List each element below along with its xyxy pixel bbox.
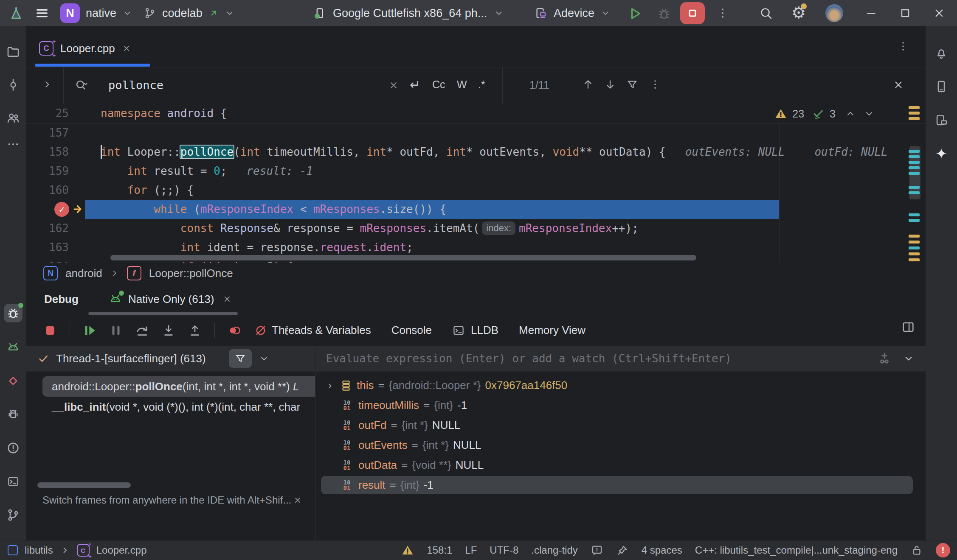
notifications-bell-icon[interactable] [932,44,951,62]
stop-button[interactable] [680,2,705,24]
version-control-icon[interactable] [4,506,23,524]
expander-icon[interactable]: › [324,379,335,392]
close-icon[interactable] [293,496,302,505]
stack-frame[interactable]: __libc_init(void *, void (*)(), int (*)(… [26,397,315,417]
search-match-mark[interactable] [909,172,920,175]
more-horizontal-icon[interactable] [4,135,23,154]
close-find-icon[interactable] [892,79,904,91]
thread-selector[interactable]: Thread-1-[surfaceflinger] (613) [26,346,315,372]
cpp-resolve-configuration[interactable]: C++: libutils_test_compile|...unk_stagin… [695,544,898,556]
module-name[interactable]: libutils [25,544,53,556]
variable-row-result[interactable]: 1001result={int}-1 [316,475,926,495]
structure-icon[interactable] [4,109,23,127]
search-match-mark[interactable] [909,213,920,216]
line-number[interactable]: 25 [26,104,69,123]
tab-lldb[interactable]: LLDB [444,315,507,347]
chevron-up-icon[interactable] [845,108,856,119]
tab-threads-variables[interactable]: Threads & Variables [263,315,380,347]
app-quality-insights-icon[interactable] [4,372,23,390]
clear-search-icon[interactable] [388,80,399,91]
terminal-icon[interactable] [4,472,23,491]
logcat-icon[interactable] [4,338,23,357]
warning-mark[interactable] [909,241,920,244]
debug-window-title[interactable]: Debug [44,283,79,315]
variable-row-outEvents[interactable]: 1001outEvents={int *}NULL [316,435,926,455]
next-match-icon[interactable] [604,78,616,91]
variable-row-timeoutMillis[interactable]: 1001timeoutMillis={int}-1 [316,395,926,415]
stop-square-icon[interactable] [42,322,59,339]
search-match-mark[interactable] [909,161,920,164]
chevron-right-icon[interactable] [42,79,53,90]
warning-mark[interactable] [909,117,920,120]
unlock-icon[interactable] [910,544,923,557]
search-match-mark[interactable] [909,155,920,158]
close-icon[interactable] [122,44,131,53]
more-vertical-icon[interactable] [716,6,729,20]
code-line-160[interactable]: 160 for (;;) { [26,181,926,200]
device-mirror-icon[interactable] [932,111,951,130]
chevron-down-icon[interactable] [259,353,270,364]
search-icon[interactable] [758,6,774,21]
whole-words-toggle[interactable]: W [457,78,467,91]
more-vertical-icon[interactable] [649,78,661,91]
step-into-icon[interactable] [160,322,177,339]
tab-looper-cpp[interactable]: C++ Looper.cpp [35,32,135,64]
search-match-mark[interactable] [909,150,920,153]
variable-row-this[interactable]: ›this={android::Looper *}0x7967aa146f50 [316,375,926,395]
search-match-mark[interactable] [909,219,920,222]
vcs-branch-selector[interactable]: codelab [144,7,235,20]
search-input[interactable]: pollonce [108,78,163,92]
step-out-icon[interactable] [186,322,203,339]
code-editor[interactable]: 25namespace android { 157158int Looper::… [26,104,926,263]
line-number[interactable]: 158 [26,143,69,162]
menu-icon[interactable] [35,6,49,20]
maximize-icon[interactable] [898,6,912,20]
search-options-icon[interactable] [74,78,88,92]
previous-match-icon[interactable] [582,78,594,91]
filter-icon[interactable] [626,78,639,91]
view-breakpoints-icon[interactable] [226,322,243,339]
running-devices-icon[interactable] [4,405,23,424]
code-line-159[interactable]: 159 int result = 0;result: -1 [26,162,926,181]
inspections-widget[interactable]: 23 3 [774,106,875,122]
pin-icon[interactable] [616,544,629,557]
breakpoint-icon[interactable]: ✓ [54,202,69,217]
warning-mark[interactable] [909,112,920,115]
chevron-right-icon[interactable] [60,545,70,555]
variable-row-outData[interactable]: 1001outData={void **}NULL [316,455,926,475]
error-stripe[interactable] [908,104,922,263]
close-icon[interactable] [932,6,946,20]
horizontal-scrollbar[interactable] [110,255,696,260]
layout-settings-icon[interactable] [901,320,915,334]
line-number[interactable]: 160 [26,181,69,200]
settings-gear-icon[interactable]: ⚙ [791,4,806,21]
code-line-161[interactable]: ✓ while (mResponseIndex < mResponses.siz… [26,200,926,219]
cpp-file-icon[interactable]: C++ [77,544,90,557]
cursor-position[interactable]: 158:1 [427,544,452,556]
minimize-icon[interactable] [864,6,878,20]
line-number[interactable]: 157 [26,123,69,143]
hide-frames-button[interactable] [229,349,252,368]
add-watch-icon[interactable] [877,351,892,366]
breadcrumb-namespace[interactable]: android [65,267,102,280]
frames-scrollbar[interactable] [37,482,131,488]
warning-mark[interactable] [909,235,920,238]
pause-icon[interactable] [107,322,124,339]
device-manager-icon[interactable] [932,77,951,96]
commit-icon[interactable] [4,76,23,94]
match-case-toggle[interactable]: Cc [432,78,445,91]
breadcrumb-function[interactable]: Looper::pollOnce [149,267,233,280]
regex-toggle[interactable]: .* [478,78,485,91]
project-selector[interactable]: N native [60,3,132,23]
warning-mark[interactable] [909,106,920,109]
evaluate-expression-input[interactable]: Evaluate expression (Enter) or add a wat… [326,352,877,365]
resume-icon[interactable] [81,322,98,339]
avatar[interactable] [825,4,843,22]
search-match-mark[interactable] [909,191,920,194]
project-icon[interactable] [8,545,18,555]
encoding[interactable]: UTF-8 [490,544,518,556]
project-folder-icon[interactable] [4,42,23,61]
line-ending[interactable]: LF [465,544,477,556]
code-line-157[interactable]: 157 [26,123,926,143]
search-match-mark[interactable] [909,246,920,249]
